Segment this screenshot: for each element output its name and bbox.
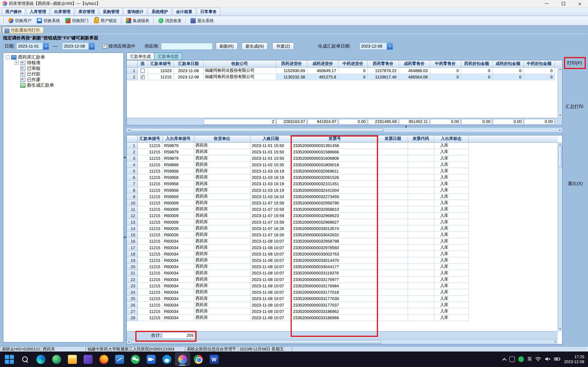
detail-row[interactable]: 2511215R60034西药库2023-11-08 10:0723352000… — [127, 295, 558, 302]
new-generate-button[interactable]: 新生成(N) — [242, 42, 268, 50]
scroll-right-icon[interactable]: ► — [558, 129, 562, 131]
toolbar-message[interactable]: 消息收发 — [155, 17, 184, 25]
search-icon[interactable] — [17, 352, 33, 366]
remit-col-header[interactable]: 成药进货价 — [307, 60, 338, 67]
detail-row[interactable]: 1911215R60034西药库2023-11-08 10:0723352000… — [127, 257, 558, 263]
scrollbar-thumb[interactable] — [558, 146, 562, 167]
menu-item-3[interactable]: 库存管理 — [75, 8, 98, 16]
panel-splitter[interactable]: ◄ ► ▲ — [126, 126, 563, 134]
detail-row[interactable]: 2611215R60034西药库2023-11-08 10:0723352000… — [127, 302, 558, 308]
tree-item-3[interactable]: 已作废 — [3, 77, 123, 83]
minimize-button[interactable] — [539, 0, 555, 7]
scroll-down-icon[interactable]: ▼ — [559, 327, 561, 331]
detail-row[interactable]: 411215R59898西药库2023-11-02 15:35233520000… — [127, 161, 558, 168]
scroll-right-icon[interactable]: ► — [554, 341, 558, 343]
tree-item-4[interactable]: 新生成汇款单 — [3, 83, 123, 88]
ime-indicator[interactable]: 英 — [527, 356, 532, 362]
toolbar-switch-system[interactable]: 切换系统 — [34, 17, 63, 25]
remit-horizontal-scrollbar[interactable]: ◄ ► — [126, 127, 563, 132]
menu-item-1[interactable]: 入库管理 — [26, 8, 50, 16]
word-icon[interactable]: W — [206, 352, 221, 366]
remit-col-header[interactable]: 收款公司 — [203, 60, 276, 67]
expand-icon[interactable]: + — [15, 61, 19, 65]
scroll-left-icon[interactable]: ◄ — [127, 341, 131, 343]
tree-item-1[interactable]: 已审核 — [3, 66, 123, 71]
tree-root[interactable]: -西药库汇款单 — [3, 54, 123, 60]
volume-muted-icon[interactable] — [545, 356, 550, 363]
scrollbar-thumb[interactable] — [131, 128, 384, 132]
detail-vertical-scrollbar[interactable]: ▲ ▼ — [558, 142, 562, 331]
row-checkbox[interactable] — [140, 75, 145, 79]
detail-row[interactable]: 2411215R60034西药库2023-11-08 10:0723352000… — [127, 289, 558, 295]
by-supplier-checkbox[interactable] — [103, 44, 107, 48]
detail-row[interactable]: 1411215R60026西药库2023-11-07 16:2623352000… — [127, 225, 558, 231]
row-select-cell[interactable] — [137, 67, 148, 74]
remit-col-header[interactable]: 中药零售价 — [430, 60, 461, 67]
detail-row[interactable]: 711215R59958西药库2023-11-03 16:19233520000… — [127, 180, 558, 187]
firefox-icon[interactable] — [96, 352, 111, 366]
detail-row[interactable]: 111215R59879西药库2023-11-01 15:50233520000… — [127, 142, 558, 149]
splitter-collapse-left-icon[interactable]: ◄ — [123, 156, 126, 159]
refresh-button[interactable]: 刷新(R) — [216, 42, 238, 50]
remit-col-header[interactable]: 成药零售价 — [399, 60, 430, 67]
toolbar-switch-dept[interactable]: 切换部门 — [63, 17, 91, 25]
file-explorer-icon[interactable] — [65, 352, 80, 366]
detail-row[interactable]: 311215R59879西药库2023-11-01 15:50233520000… — [127, 155, 558, 161]
detail-col-header[interactable]: 汇款单据号 — [137, 135, 162, 142]
detail-row[interactable]: 2811215R60034西药库2023-11-08 10:0723352000… — [127, 314, 558, 321]
maximize-button[interactable] — [555, 0, 572, 7]
void-button[interactable]: 作废(Z) — [272, 42, 294, 50]
chevron-down-icon[interactable]: ▼ — [43, 43, 49, 50]
remit-col-header[interactable]: 中药进货价 — [338, 60, 368, 67]
detail-horizontal-scrollbar[interactable]: ◄ ► — [127, 339, 558, 344]
edge-browser-icon[interactable] — [33, 352, 48, 366]
tray-device-icon[interactable] — [509, 356, 515, 362]
print-button[interactable]: 打印(P) — [567, 60, 582, 66]
menu-item-7[interactable]: 会计核算 — [172, 8, 196, 16]
detail-row[interactable]: 1011215R60009西药库2023-11-07 15:5923352000… — [127, 200, 558, 206]
detail-col-header[interactable]: 入出库单据号 — [162, 135, 194, 142]
supplier-input[interactable] — [161, 42, 212, 50]
qq-icon[interactable] — [159, 352, 174, 366]
detail-row[interactable]: 2111215R60034西药库2023-11-08 10:0723352000… — [127, 270, 558, 276]
detail-row[interactable]: 1511215R60026西药库2023-11-07 16:2623352000… — [127, 231, 558, 238]
his-client-icon[interactable] — [175, 352, 190, 366]
menu-item-2[interactable]: 出库管理 — [51, 8, 74, 16]
detail-row[interactable]: 211215R59879西药库2023-11-01 15:50233520000… — [127, 149, 558, 155]
scroll-up-icon[interactable]: ▲ — [559, 142, 561, 146]
detail-col-header[interactable]: 发票日期 — [378, 135, 408, 142]
menu-item-0[interactable]: 用户操作 — [2, 8, 25, 16]
detail-row[interactable]: 1111215R60009西药库2023-11-07 15:5923352000… — [127, 206, 558, 212]
close-button[interactable]: × — [572, 0, 588, 7]
toolbar-report[interactable]: 集成报表 — [123, 17, 152, 25]
summary-print-button[interactable]: 汇总打印 — [565, 104, 583, 110]
detail-row[interactable]: 1211215R60009西药库2023-11-07 15:5923352000… — [127, 212, 558, 219]
toolbar-switch-user[interactable]: 切换用户 — [6, 17, 34, 25]
detail-row[interactable]: 2011215R60034西药库2023-11-08 10:0723352000… — [127, 263, 558, 270]
menu-item-8[interactable]: 日常事务 — [197, 8, 220, 16]
detail-row[interactable]: 511215R59958西药库2023-11-03 16:19233520000… — [127, 168, 558, 174]
remit-col-header[interactable]: 西药进货价 — [276, 60, 307, 67]
tray-chevron-up-icon[interactable] — [502, 358, 507, 362]
scrollbar-thumb[interactable] — [131, 340, 381, 343]
remit-col-header[interactable]: 中药折扣金额 — [523, 60, 555, 67]
remit-col-header[interactable]: 选 — [137, 60, 148, 67]
detail-col-header[interactable]: 入账日期 — [250, 135, 291, 142]
chevron-down-icon[interactable]: ▼ — [387, 43, 393, 50]
scroll-down-icon[interactable]: ▼ — [559, 113, 561, 117]
battery-icon[interactable] — [554, 356, 561, 363]
date-to-select[interactable]: 2023-12-08 ▼ — [62, 42, 95, 50]
detail-col-header[interactable]: 发票号 — [291, 135, 378, 142]
remit-col-header[interactable]: 汇款单据号 — [148, 60, 174, 67]
browser-icon[interactable] — [49, 352, 64, 366]
menu-item-5[interactable]: 查询统计 — [124, 8, 147, 16]
wifi-icon[interactable] — [535, 356, 541, 363]
collapse-expander-icon[interactable]: - — [6, 55, 10, 59]
detail-row[interactable]: 911215R59959西药库2023-11-03 16:24233520000… — [127, 193, 558, 200]
detail-row[interactable]: 2211215R60034西药库2023-11-08 10:0723352000… — [127, 276, 558, 283]
scroll-up-icon[interactable]: ▲ — [559, 67, 561, 71]
splitter-collapse-left-icon[interactable]: ◄ — [123, 235, 126, 239]
tab-remit-info[interactable]: 汇款单信息 — [154, 52, 182, 60]
remit-row[interactable]: 1110232023-11-06福建同春药业股份有限公司1152930.6946… — [127, 67, 562, 74]
wechat-icon[interactable] — [127, 352, 143, 366]
